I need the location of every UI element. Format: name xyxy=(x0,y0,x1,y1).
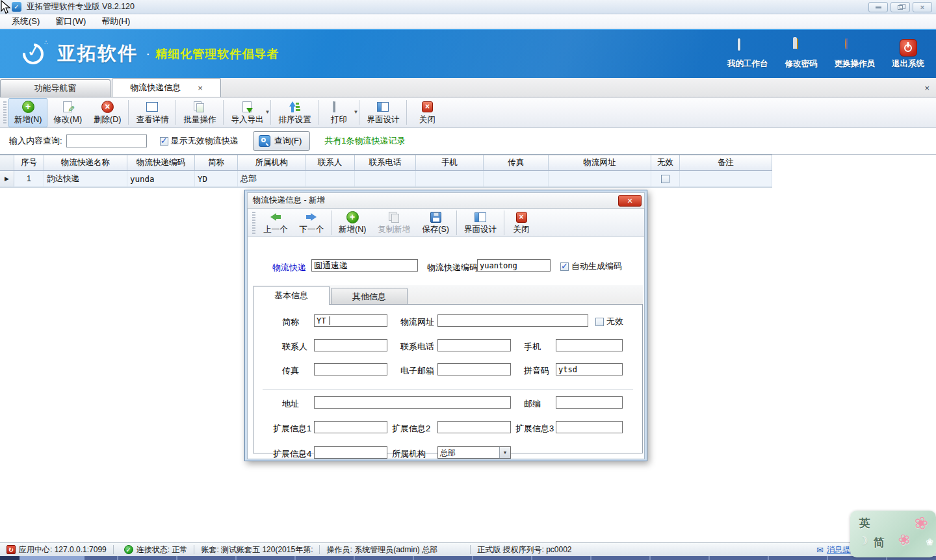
contact-input[interactable] xyxy=(314,339,387,351)
import-export-button[interactable]: 导入导出 ▼ xyxy=(225,98,269,127)
flower-icon: ❀ xyxy=(912,512,931,535)
exit-system-button[interactable]: 退出系统 xyxy=(892,39,924,70)
dialog-add-button[interactable]: + 新增(N) xyxy=(333,208,372,237)
col-contact[interactable]: 联系人 xyxy=(306,155,355,170)
status-bar: ↻ 应用中心: 127.0.0.1:7099 ✓ 连接状态: 正常 账套: 测试… xyxy=(0,542,936,556)
col-invalid[interactable]: 无效 xyxy=(651,155,680,170)
auto-code-checkbox[interactable] xyxy=(560,262,569,271)
close-icon: × xyxy=(516,212,527,223)
copy-add-button[interactable]: 复制新增 xyxy=(372,208,416,237)
combo-dropdown-button[interactable]: ▼ xyxy=(499,447,510,458)
ext2-label: 扩展信息2 xyxy=(392,423,430,435)
fax-input[interactable] xyxy=(314,363,387,375)
tab-other-info[interactable]: 其他信息 xyxy=(331,288,408,305)
record-count-text: 共有1条物流快递记录 xyxy=(324,135,405,147)
search-input[interactable] xyxy=(66,134,147,147)
dialog-ui-design-button[interactable]: 界面设计 xyxy=(458,208,502,237)
moon-icon: ☽ xyxy=(858,534,868,548)
col-fax[interactable]: 传真 xyxy=(484,155,549,170)
dropdown-arrow-icon[interactable]: ▼ xyxy=(265,109,270,115)
window-title: 亚拓管理软件专业版 V8.2.120 xyxy=(27,1,135,12)
group-separator xyxy=(263,389,633,390)
query-button[interactable]: 查询(F) xyxy=(253,131,311,151)
col-seq[interactable]: 序号 xyxy=(14,155,44,170)
change-password-button[interactable]: 修改密码 xyxy=(785,39,818,70)
phone-input[interactable] xyxy=(437,339,511,351)
next-record-button[interactable]: 下一个 xyxy=(294,208,330,237)
invalid-checkbox[interactable] xyxy=(595,318,604,326)
switch-operator-button[interactable]: 更换操作员 xyxy=(835,39,876,70)
col-phone[interactable]: 联系电话 xyxy=(355,155,416,170)
ext3-input[interactable] xyxy=(556,421,623,433)
design-icon xyxy=(377,102,389,112)
mobile-input[interactable] xyxy=(556,339,623,351)
dialog-close-button[interactable]: ✕ xyxy=(618,195,642,207)
abbr-input[interactable] xyxy=(314,314,387,327)
ext1-input[interactable] xyxy=(314,421,387,433)
batch-operation-button[interactable]: 批量操作 xyxy=(177,98,222,127)
close-button[interactable]: × xyxy=(913,2,932,12)
pinyin-input[interactable] xyxy=(556,363,623,375)
previous-record-button[interactable]: 上一个 xyxy=(257,208,294,237)
tab-function-nav[interactable]: 功能导航窗 xyxy=(0,79,110,97)
close-tab-button[interactable]: × 关闭 xyxy=(408,98,446,127)
application-window: ✓ 亚拓管理软件专业版 V8.2.120 × 系统(S) 窗口(W) 帮助(H)… xyxy=(0,0,936,560)
dialog-tab-bar: 基本信息 其他信息 xyxy=(253,285,643,305)
invalid-label: 无效 xyxy=(606,316,623,327)
table-row[interactable]: ▶ 1 韵达快递 yunda YD 总部 xyxy=(0,171,772,187)
org-combobox[interactable]: 总部 ▼ xyxy=(437,446,511,459)
add-button[interactable]: + 新增(N) xyxy=(8,98,47,127)
ext1-label: 扩展信息1 xyxy=(273,423,311,435)
menu-system[interactable]: 系统(S) xyxy=(4,14,47,29)
col-remark[interactable]: 备注 xyxy=(680,155,772,170)
ext4-input[interactable] xyxy=(314,446,387,459)
col-org[interactable]: 所属机构 xyxy=(238,155,306,170)
tab-logistics-info[interactable]: 物流快递信息 × xyxy=(112,78,221,97)
show-invalid-checkbox-group[interactable]: 显示无效物流快递 xyxy=(160,135,239,147)
table-header: 序号 物流快递名称 物流快递编码 简称 所属机构 联系人 联系电话 手机 传真 … xyxy=(0,155,772,171)
ime-language-indicator[interactable]: 英 xyxy=(859,516,870,531)
invalid-checkbox-group[interactable]: 无效 xyxy=(595,316,623,327)
col-mobile[interactable]: 手机 xyxy=(416,155,484,170)
tabstrip-close-icon[interactable]: × xyxy=(924,83,930,93)
menu-window[interactable]: 窗口(W) xyxy=(47,14,94,29)
menu-help[interactable]: 帮助(H) xyxy=(94,14,138,29)
show-invalid-checkbox[interactable] xyxy=(160,137,168,146)
modify-button[interactable]: ✎ 修改(M) xyxy=(47,98,88,127)
my-workbench-button[interactable]: 我的工作台 xyxy=(727,40,768,70)
dropdown-arrow-icon[interactable]: ▼ xyxy=(354,109,359,115)
dialog-title-bar[interactable]: 物流快递信息 - 新增 ✕ xyxy=(247,192,645,209)
sort-settings-button[interactable]: 排序设置 xyxy=(272,98,317,127)
brand-slogan: 精细化管理软件倡导者 xyxy=(155,46,279,62)
ime-mode-indicator[interactable]: 简 xyxy=(874,535,885,550)
email-input[interactable] xyxy=(437,363,511,375)
tab-close-icon[interactable]: × xyxy=(198,83,203,93)
save-button[interactable]: 保存(S) xyxy=(416,208,455,237)
ime-toolbar[interactable]: ❀ ❀ ❀ 英 ☽ 简 xyxy=(850,511,936,557)
col-url[interactable]: 物流网址 xyxy=(549,155,651,170)
col-abbr[interactable]: 简称 xyxy=(195,155,238,170)
delete-button[interactable]: × 删除(D) xyxy=(88,98,127,127)
dialog-close-toolbar-button[interactable]: × 关闭 xyxy=(506,208,537,237)
zip-input[interactable] xyxy=(556,396,623,409)
logistics-code-input[interactable] xyxy=(477,259,551,272)
ui-design-button[interactable]: 界面设计 xyxy=(361,98,405,127)
ext2-input[interactable] xyxy=(437,421,511,433)
dialog-title: 物流快递信息 - 新增 xyxy=(253,195,325,206)
print-button[interactable]: 打印 ▼ xyxy=(320,98,358,127)
address-input[interactable] xyxy=(314,396,511,409)
restore-button[interactable] xyxy=(890,2,910,12)
url-input[interactable] xyxy=(437,314,588,327)
col-code[interactable]: 物流快递编码 xyxy=(127,155,195,170)
new-logistics-dialog: 物流快递信息 - 新增 ✕ 上一个 下一个 + 新增(N) xyxy=(244,190,647,461)
logistics-name-input[interactable] xyxy=(311,259,418,272)
tab-basic-info[interactable]: 基本信息 xyxy=(253,286,330,305)
row-invalid-checkbox[interactable] xyxy=(661,175,670,183)
minimize-button[interactable] xyxy=(868,2,888,12)
col-name[interactable]: 物流快递名称 xyxy=(44,155,127,170)
auto-code-checkbox-group[interactable]: 自动生成编码 xyxy=(560,261,622,272)
restore-icon xyxy=(898,5,903,10)
row-selector[interactable]: ▶ xyxy=(0,171,14,186)
flower-icon: ❀ xyxy=(896,530,913,550)
view-detail-button[interactable]: 查看详情 xyxy=(130,98,174,127)
